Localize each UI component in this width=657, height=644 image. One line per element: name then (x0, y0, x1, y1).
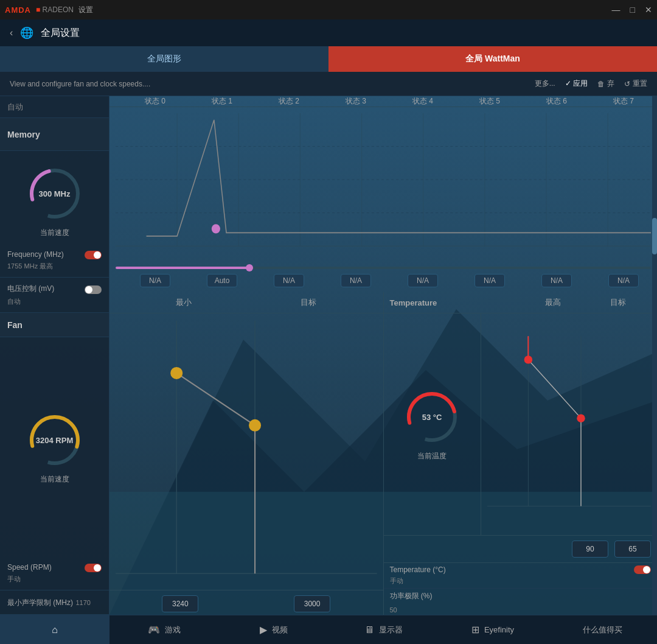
svg-point-25 (249, 419, 261, 432)
temp-fields: Temperature (°C) 手动 (384, 562, 658, 588)
fan-min-input[interactable] (162, 595, 198, 612)
fan-acoustic-field: 最小声学限制 (MHz) 1170 (0, 590, 109, 615)
close-button[interactable]: ✕ (645, 5, 652, 15)
apply-button[interactable]: ✓ 应用 (565, 79, 588, 89)
scrollbar[interactable] (652, 96, 657, 615)
fan-target-input[interactable] (294, 595, 330, 612)
amd-logo: AMDA (5, 5, 31, 15)
games-icon: 🎮 (148, 624, 160, 635)
frequency-label: Frequency (MHz) (7, 250, 64, 259)
fan-chart-svg-container (109, 313, 383, 590)
power-limit-label: 功率极限 (%) (390, 591, 652, 601)
temp-gauge-label: 当前温度 (417, 451, 447, 461)
memory-gauge-container: 300 MHz 当前速度 (0, 151, 109, 244)
temp-chart-header: Temperature 最高 目标 (384, 292, 658, 313)
memory-val-3: N/A (322, 274, 389, 287)
memory-gauge-value: 300 MHz (38, 189, 70, 198)
memory-chart (109, 107, 657, 262)
video-icon: ▶ (260, 624, 267, 635)
svg-point-32 (524, 355, 532, 363)
memory-slider-track[interactable] (116, 267, 651, 269)
state-header-3: 状态 3 (322, 96, 389, 107)
bottom-tab-home[interactable]: ⌂ (0, 615, 109, 644)
auto-row: 自动 (0, 96, 109, 118)
frequency-toggle[interactable] (85, 251, 102, 259)
temp-content: 53 °C 当前温度 (384, 313, 658, 535)
page-title: 全局设置 (41, 27, 80, 40)
bottom-tab-video-label: 视频 (272, 625, 288, 635)
memory-value-row: N/A Auto N/A N/A N/A N/A N/A N/A (109, 274, 657, 292)
temp-field-row: Temperature (°C) (390, 565, 652, 574)
fan-acoustic-label: 最小声学限制 (MHz) (7, 598, 73, 607)
state-header-0: 状态 0 (122, 96, 189, 107)
titlebar-title: 设置 (78, 5, 93, 15)
voltage-value: 自动 (7, 298, 21, 305)
power-limit-thumb[interactable] (556, 615, 563, 615)
fan-gauge-label: 当前速度 (40, 474, 69, 485)
fan-acoustic-value: 1170 (75, 599, 90, 606)
temp-chart-svg (487, 320, 652, 529)
temp-target-label: 目标 (586, 297, 651, 308)
toolbar-description: View and configure fan and clock speeds.… (10, 80, 535, 88)
power-limit-field: 功率极限 (%) 50 (384, 588, 658, 615)
temp-toggle[interactable] (634, 565, 651, 574)
fan-section-header: Fan (0, 313, 109, 337)
state-header-7: 状态 7 (590, 96, 657, 107)
more-button[interactable]: 更多... (535, 79, 555, 89)
bottom-tab-shop[interactable]: 什么值得买 (548, 615, 657, 644)
voltage-field: 电压控制 (mV) 自动 (0, 278, 109, 313)
fan-temp-section: 最小 目标 (109, 292, 657, 615)
maximize-button[interactable]: □ (630, 5, 635, 15)
reset-button[interactable]: ↺ 重置 (624, 79, 647, 89)
memory-slider-row[interactable] (109, 262, 657, 274)
temp-max-input[interactable] (572, 541, 608, 558)
tab-wattman[interactable]: 全局 WattMan (328, 46, 657, 72)
temp-field-label: Temperature (°C) (390, 565, 634, 574)
display-icon: 🖥 (364, 625, 374, 635)
fan-speed-label: Speed (RPM) (7, 563, 52, 572)
fan-gauge: 3204 RPM (24, 410, 85, 471)
titlebar: AMDA ■ RADEON 设置 — □ ✕ (0, 0, 657, 19)
voltage-label: 电压控制 (mV) (7, 284, 54, 294)
state-header-4: 状态 4 (389, 96, 456, 107)
bottom-tab-games-label: 游戏 (165, 625, 181, 635)
bottom-tab-eyefinity[interactable]: ⊞ Eyefinity (438, 615, 548, 644)
temp-input-row (384, 535, 658, 562)
power-limit-slider-row[interactable] (390, 615, 652, 615)
memory-val-2: N/A (255, 274, 322, 287)
bottom-tabs: ⌂ 🎮 游戏 ▶ 视频 🖥 显示器 ⊞ Eyefinity 什么值得买 (0, 615, 657, 644)
tab-global-graphics[interactable]: 全局图形 (0, 46, 328, 72)
scrollbar-thumb[interactable] (652, 218, 657, 254)
fan-input-row (109, 590, 383, 615)
back-button[interactable]: ‹ (10, 27, 13, 38)
bottom-tab-video[interactable]: ▶ 视频 (219, 615, 328, 644)
memory-val-5: N/A (456, 274, 523, 287)
memory-section-header: Memory (0, 118, 109, 151)
temp-max-label: 最高 (520, 297, 585, 308)
fan-chart-header: 最小 目标 (109, 292, 383, 313)
discard-button[interactable]: 🗑 弃 (597, 79, 614, 89)
fan-gauge-area: 3204 RPM 当前速度 (0, 337, 109, 557)
state-header-6: 状态 6 (523, 96, 590, 107)
memory-chart-svg (116, 113, 651, 259)
state-header-1: 状态 1 (189, 96, 255, 107)
state-headers: 状态 0 状态 1 状态 2 状态 3 状态 4 状态 5 状态 6 状态 7 (109, 96, 657, 107)
bottom-tab-shop-label: 什么值得买 (583, 625, 622, 635)
memory-val-1: Auto (189, 274, 255, 287)
globe-icon: 🌐 (20, 26, 33, 40)
toolbar-actions: 更多... ✓ 应用 🗑 弃 ↺ 重置 (535, 79, 647, 89)
bottom-tab-display[interactable]: 🖥 显示器 (328, 615, 438, 644)
fan-gauge-value: 3204 RPM (36, 436, 73, 445)
minimize-button[interactable]: — (612, 5, 620, 15)
memory-val-7: N/A (590, 274, 657, 287)
bottom-tab-games[interactable]: 🎮 游戏 (109, 615, 219, 644)
voltage-toggle[interactable] (85, 285, 102, 294)
memory-slider-thumb[interactable] (246, 264, 253, 271)
frequency-field: Frequency (MHz) 1755 MHz 最高 (0, 244, 109, 278)
fan-speed-toggle[interactable] (85, 564, 102, 572)
fan-chart-area: 最小 目标 (109, 292, 384, 615)
state-header-5: 状态 5 (456, 96, 523, 107)
temp-target-input[interactable] (614, 541, 651, 558)
memory-gauge: 300 MHz (24, 163, 85, 224)
fan-speed-mode: 手动 (7, 575, 21, 583)
